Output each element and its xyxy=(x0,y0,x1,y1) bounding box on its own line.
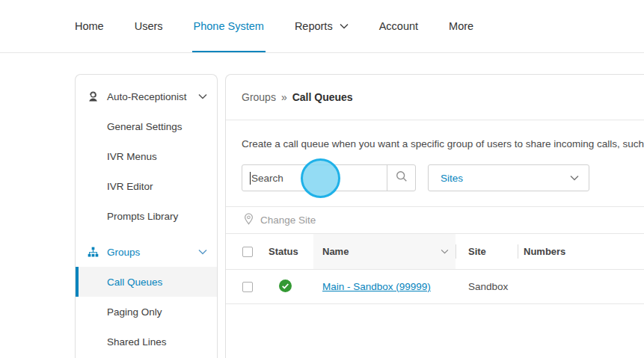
nav-item-more[interactable]: More xyxy=(449,0,473,52)
sidebar-item-label: Groups xyxy=(107,247,140,258)
row-checkbox[interactable] xyxy=(242,282,253,292)
filter-controls: Sites xyxy=(242,164,644,191)
chevron-down-icon xyxy=(198,249,207,255)
nav-item-account[interactable]: Account xyxy=(379,0,418,52)
search-button[interactable] xyxy=(387,165,415,191)
row-site-cell: Sandbox xyxy=(456,270,518,303)
breadcrumb-parent[interactable]: Groups xyxy=(242,91,276,103)
sidebar-item-label: General Settings xyxy=(107,121,183,132)
search-icon xyxy=(395,170,408,186)
table-header: Status Name Site Numbers xyxy=(226,233,644,269)
nav-label: Reports xyxy=(295,20,333,32)
column-header-name[interactable]: Name xyxy=(313,234,456,269)
breadcrumb-separator: » xyxy=(281,91,287,103)
sidebar-item-shared-lines[interactable]: Shared Lines xyxy=(76,327,217,357)
queue-name-link[interactable]: Main - Sandbox (99999) xyxy=(322,281,431,292)
sidebar-item-paging-only[interactable]: Paging Only xyxy=(76,297,217,327)
org-chart-icon xyxy=(87,246,99,259)
chevron-down-icon xyxy=(340,23,349,29)
sidebar: Auto-Receptionist General Settings IVR M… xyxy=(75,74,218,358)
sidebar-item-prompts-library[interactable]: Prompts Library xyxy=(76,201,217,231)
sidebar-item-general-settings[interactable]: General Settings xyxy=(76,111,217,141)
nav-label: Phone System xyxy=(194,20,264,32)
row-numbers-cell xyxy=(518,270,644,303)
sidebar-item-groups[interactable]: Groups xyxy=(76,237,217,267)
call-queues-table: Status Name Site Numbers xyxy=(226,233,644,304)
row-checkbox-cell xyxy=(226,270,269,303)
nav-item-reports[interactable]: Reports xyxy=(295,0,349,52)
select-all-checkbox[interactable] xyxy=(242,247,253,257)
nav-label: Users xyxy=(135,20,163,32)
column-header-status[interactable]: Status xyxy=(269,234,313,269)
sidebar-item-auto-receptionist[interactable]: Auto-Receptionist xyxy=(76,81,217,111)
chevron-down-icon xyxy=(570,175,579,181)
table-row: Main - Sandbox (99999) Sandbox xyxy=(226,269,644,304)
nav-item-home[interactable]: Home xyxy=(75,0,104,52)
header-checkbox-cell xyxy=(226,234,269,269)
description-text: Create a call queue when you want a spec… xyxy=(242,138,644,149)
change-site-button[interactable]: Change Site xyxy=(242,207,644,233)
sidebar-item-label: Call Queues xyxy=(107,277,162,288)
sidebar-item-label: Prompts Library xyxy=(107,211,178,222)
location-pin-icon xyxy=(244,213,254,227)
sites-dropdown-label: Sites xyxy=(441,173,463,184)
main-panel: Groups » Call Queues Create a call queue… xyxy=(225,74,644,358)
sidebar-item-ivr-menus[interactable]: IVR Menus xyxy=(76,141,217,171)
sidebar-item-label: Paging Only xyxy=(107,306,162,318)
operator-icon xyxy=(87,90,99,103)
top-nav: Home Users Phone System Reports Account … xyxy=(0,0,644,53)
sidebar-item-ivr-editor[interactable]: IVR Editor xyxy=(76,171,217,201)
column-header-site[interactable]: Site xyxy=(456,234,518,269)
status-check-icon xyxy=(279,280,292,294)
row-name-cell: Main - Sandbox (99999) xyxy=(313,270,456,303)
sites-dropdown[interactable]: Sites xyxy=(428,164,589,191)
nav-label: Account xyxy=(379,20,418,32)
chevron-down-icon xyxy=(198,93,207,99)
page: Home Users Phone System Reports Account … xyxy=(0,0,644,358)
nav-label: More xyxy=(449,20,473,32)
search-input[interactable] xyxy=(242,165,387,191)
change-site-label: Change Site xyxy=(260,215,316,226)
page-title: Call Queues xyxy=(292,91,353,103)
sidebar-item-label: Shared Lines xyxy=(107,336,167,348)
column-header-name-label: Name xyxy=(322,246,349,257)
sidebar-item-label: IVR Menus xyxy=(107,151,157,162)
sidebar-item-call-queues[interactable]: Call Queues xyxy=(76,267,217,297)
sort-chevron-down-icon[interactable] xyxy=(441,249,449,254)
search-box xyxy=(242,164,416,191)
nav-item-phone-system[interactable]: Phone System xyxy=(194,0,264,52)
row-status-cell xyxy=(269,270,313,303)
main-content: Create a call queue when you want a spec… xyxy=(226,138,644,304)
sidebar-item-label: Auto-Receptionist xyxy=(107,91,187,102)
sidebar-item-label: IVR Editor xyxy=(107,181,153,192)
column-header-numbers[interactable]: Numbers xyxy=(518,234,644,269)
nav-item-users[interactable]: Users xyxy=(135,0,163,52)
nav-label: Home xyxy=(75,20,104,32)
breadcrumb: Groups » Call Queues xyxy=(226,75,644,120)
text-caret xyxy=(250,172,251,185)
